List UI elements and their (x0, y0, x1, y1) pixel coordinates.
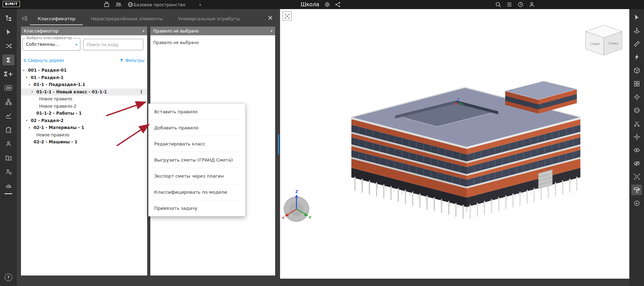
settings-gear-icon[interactable] (324, 1, 330, 8)
expand-arrow-icon[interactable]: ▾ (29, 83, 34, 86)
tree-node[interactable]: ▾02-1 - Материалы - 1 (21, 124, 147, 131)
links-button[interactable] (2, 41, 14, 51)
plugins-icon (5, 127, 12, 133)
menu-item-export-grand-estimate[interactable]: Выгрузить сметы (ГРАНД Смета) (149, 152, 245, 168)
filters-link[interactable]: Фильтры (120, 58, 144, 63)
explode-button[interactable] (631, 131, 642, 142)
grid-view-button[interactable] (631, 78, 642, 89)
collapse-tree-link[interactable]: ⇅ Свернуть дерево (23, 58, 64, 63)
classifier-select[interactable]: Выбрать классификатор Собственны… ▾ (22, 38, 80, 51)
isolate-button[interactable] (631, 171, 642, 182)
menu-item-classify-by-model[interactable]: Классифицировать по модели (149, 184, 245, 200)
structure-icon (5, 99, 12, 105)
view-settings-icon (634, 200, 640, 207)
tree-node[interactable]: ▾01-1 - Подраздел-1.1 (21, 81, 147, 88)
history-icon[interactable] (517, 1, 524, 8)
user-location-button[interactable] (2, 166, 14, 177)
tree-node[interactable]: Новое правило-2 (21, 103, 147, 110)
model-cube-button[interactable] (631, 65, 642, 76)
expand-arrow-icon[interactable]: ▾ (31, 90, 36, 93)
menu-item-insert-rule[interactable]: Вставить правило (149, 104, 245, 120)
node-menu-button[interactable]: ⋮ (138, 89, 145, 94)
view-settings-button[interactable] (631, 198, 642, 208)
classifier-panel: Классификатор ▾ Выбрать классификатор Со… (21, 27, 147, 276)
tree-node[interactable]: Новое правило (21, 95, 147, 103)
workspace-icon[interactable] (103, 1, 110, 8)
expand-arrow-icon[interactable]: ▾ (26, 76, 31, 79)
expand-arrow-icon[interactable]: ▾ (26, 119, 31, 122)
clash-button[interactable] (631, 52, 642, 62)
sphere-view-button[interactable] (631, 105, 642, 115)
classifier-panel-header[interactable]: Классификатор ▾ (21, 27, 147, 35)
tree-node-label: 02 - Раздел-2 (31, 118, 64, 123)
focus-button[interactable] (631, 92, 642, 102)
measure-ruler-button[interactable] (631, 38, 642, 49)
2d-view-button[interactable]: 2D (2, 83, 14, 93)
fit-view-button[interactable] (282, 12, 292, 21)
tree-node-label: 02-2 - Машины - 1 (34, 140, 77, 144)
clip-button[interactable] (631, 118, 642, 129)
model-tree-button[interactable] (2, 13, 14, 23)
view-cube[interactable]: Сзади Слева (583, 23, 625, 58)
tab-classifier[interactable]: Классификатор (30, 12, 83, 25)
expand-arrow-icon[interactable]: ▾ (29, 126, 34, 129)
tree-node[interactable]: ▾01-1-1 - Новый класс - 01-1-1⋮ (21, 88, 147, 96)
user-location-icon (5, 169, 12, 175)
links-icon (5, 43, 12, 49)
select-tool-icon (634, 14, 640, 21)
hide-eye-button[interactable] (631, 158, 642, 169)
tree-node[interactable]: ▾001 - Раздел-01 (21, 67, 147, 74)
rule-empty-text: Правило не выбрано (150, 35, 275, 50)
estimates-plus-button[interactable]: Σ+ (2, 69, 14, 79)
axis-x-label: x (282, 216, 285, 220)
tree-node[interactable]: Новое правило (21, 131, 147, 139)
workspace-selector[interactable]: Базовое пространство ▾ (134, 0, 201, 9)
charts-icon (5, 113, 12, 119)
dashboard-button[interactable] (2, 180, 14, 191)
users-button[interactable] (2, 138, 14, 149)
chevron-down-icon: ▾ (199, 3, 201, 7)
team-icon[interactable] (115, 1, 122, 8)
axis-z-label: Z (295, 190, 298, 194)
share-icon[interactable] (335, 1, 341, 8)
menu-item-edit-class[interactable]: Редактировать класс (149, 136, 245, 152)
section-plane-button[interactable] (631, 25, 642, 36)
appearance-button[interactable] (631, 185, 642, 195)
panel-scrollbar-handle[interactable] (278, 134, 279, 155)
menu-item-export-estimate-plugin[interactable]: Экспорт сметы через плагин (149, 168, 245, 184)
tree-node-label: 001 - Раздел-01 (28, 68, 67, 73)
tree-node[interactable]: ▾01 - Раздел-1 (21, 74, 147, 81)
tab-unallocated-elements[interactable]: Нераспределённые элементы (83, 12, 170, 25)
tab-universal-attributes[interactable]: Универсальные атрибуты (171, 12, 248, 25)
rule-panel-header[interactable]: Правило не выбрано ▾ (150, 27, 275, 35)
select-tool-button[interactable] (2, 27, 14, 37)
structure-button[interactable] (2, 96, 14, 107)
tree-node[interactable]: 01-1-2 - Работы - 1 (21, 110, 147, 117)
expand-arrow-icon[interactable]: ▾ (23, 69, 28, 72)
tree-node-label: 01-1-2 - Работы - 1 (36, 111, 82, 116)
panel-menu-icon[interactable] (22, 15, 28, 22)
select-tool-icon (5, 29, 12, 35)
menu-item-add-rule[interactable]: Добавить правило (149, 120, 245, 136)
code-search-input[interactable] (83, 39, 143, 50)
right-toolbar (629, 9, 644, 286)
help-button[interactable]: ? (5, 273, 12, 281)
menu-item-bind-task[interactable]: Привязать задачу (149, 200, 245, 216)
estimates-button[interactable]: Σ (2, 55, 14, 65)
search-icon[interactable] (495, 1, 501, 8)
model-viewport[interactable]: Z x Y Сзади Слева (280, 9, 629, 279)
show-eye-button[interactable] (631, 145, 642, 155)
select-tool-button[interactable] (631, 12, 642, 22)
shared-projects-button[interactable] (2, 152, 14, 163)
model-cube-icon (634, 67, 640, 74)
navigation-gizmo[interactable]: Z x Y (282, 190, 312, 222)
sync-icon[interactable] (127, 1, 134, 8)
view-list-icon[interactable] (506, 1, 513, 8)
charts-button[interactable] (2, 110, 14, 121)
tree-node[interactable]: ▾02 - Раздел-2 (21, 117, 147, 124)
tree-node[interactable]: 02-2 - Машины - 1 (21, 138, 147, 146)
close-icon[interactable] (267, 15, 273, 21)
plugins-button[interactable] (2, 124, 14, 135)
profile-icon[interactable] (529, 1, 535, 8)
view-cube-right-label: Слева (608, 42, 618, 45)
